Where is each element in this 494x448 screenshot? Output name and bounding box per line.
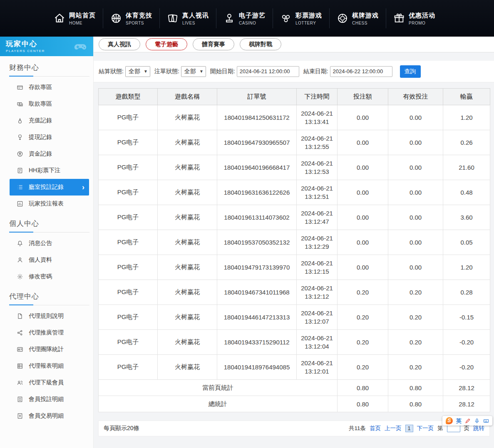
cell-valid-bet: 0.00	[388, 180, 443, 205]
deposit-icon	[17, 84, 23, 91]
page-jump-input[interactable]	[447, 425, 460, 432]
sidebar-item-withdraw[interactable]: 取款專區	[10, 96, 89, 112]
nav-item-label: 真人视讯	[182, 12, 209, 20]
sidebar-item-label: 消息公告	[29, 240, 52, 247]
bet-date: 2024-06-21	[298, 334, 336, 342]
nav-item-lottery[interactable]: 彩票游戏LOTTERY	[273, 8, 329, 28]
next-page-link[interactable]: 下一页	[417, 425, 434, 432]
nav-item-label: 彩票游戏	[295, 12, 322, 20]
sidebar-item-hh-lottery-bet[interactable]: HH彩票下注	[10, 162, 89, 179]
summary-bet: 0.80	[338, 380, 388, 396]
bet-date: 2024-06-21	[298, 259, 336, 267]
chevron-down-icon: ▼	[199, 69, 204, 74]
cell-bet-amount: 0.00	[338, 130, 388, 155]
pen-icon[interactable]	[465, 418, 471, 424]
sogou-logo-icon[interactable]: S	[446, 417, 453, 424]
cell-win-loss: 0.26	[443, 130, 490, 155]
bet-time: 13:12:01	[298, 367, 336, 376]
cell-bet-amount: 0.00	[338, 105, 388, 130]
table-row: PG电子火树赢花18040194337152901122024-06-2113:…	[99, 330, 490, 355]
settle-status-value: 全部	[129, 68, 140, 75]
prev-page-link[interactable]: 上一页	[385, 425, 402, 432]
bet-date: 2024-06-21	[298, 309, 336, 317]
cell-game-name: 火树赢花	[158, 205, 217, 230]
start-date-input[interactable]	[237, 66, 299, 77]
end-date-input[interactable]	[330, 66, 392, 77]
tab-egame[interactable]: 電子遊藝	[146, 38, 187, 50]
first-page-link[interactable]: 首页	[370, 425, 381, 432]
sidebar-item-label: HH彩票下注	[29, 167, 60, 174]
sidebar-item-room-bet-record[interactable]: 廳室投註記錄›	[10, 179, 89, 196]
tab-sports[interactable]: 體育賽事	[193, 38, 234, 50]
cell-win-loss: 1.20	[443, 105, 490, 130]
cell-order-no: 1804019418976494085	[217, 355, 297, 380]
tab-board[interactable]: 棋牌對戰	[240, 38, 281, 50]
cashout-icon	[17, 134, 23, 141]
sidebar-item-member-transactions[interactable]: 會員交易明細	[10, 408, 89, 424]
sidebar-item-announcements[interactable]: 消息公告	[10, 235, 89, 252]
cell-bet-amount: 0.00	[338, 155, 388, 180]
sidebar-item-agent-team-stats[interactable]: 代理團隊統計	[10, 341, 89, 358]
settle-status-label: 結算狀態:	[99, 68, 124, 75]
nav-item-chess[interactable]: 棋牌游戏CHESS	[329, 8, 386, 28]
section-items: 消息公告個人資料修改密碼	[0, 235, 93, 285]
nav-item-text: 真人视讯LIVES	[182, 12, 209, 25]
top-navigation: 网站首页HOME体育竞技SPORTS真人视讯LIVES电子游艺CASINO彩票游…	[0, 0, 494, 37]
cell-bet-amount: 0.20	[338, 355, 388, 380]
jump-link[interactable]: 跳转	[473, 425, 484, 432]
nav-item-text: 彩票游戏LOTTERY	[295, 12, 322, 25]
gear-icon	[17, 273, 23, 280]
mic-icon[interactable]	[474, 418, 480, 424]
column-header: 遊戲類型	[99, 89, 158, 105]
cell-game-name: 火树赢花	[158, 330, 217, 355]
nav-item-casino[interactable]: 电子游艺CASINO	[216, 8, 273, 28]
tab-live[interactable]: 真人視訊	[99, 38, 140, 50]
sidebar-item-label: 資金記錄	[29, 150, 52, 158]
sidebar-item-funds-record[interactable]: 資金記錄	[10, 146, 89, 162]
summary-win: 28.12	[443, 380, 490, 396]
sidebar-item-withdrawal-record[interactable]: 提現記錄	[10, 129, 89, 146]
section-heading: 個人中心	[9, 219, 89, 233]
table-footer: 每頁顯示20條 共11条 首页 上一页 1 下一页 第 页 跳转	[98, 421, 490, 436]
sidebar-item-agent-rules[interactable]: 代理規則說明	[10, 308, 89, 324]
nav-item-lives[interactable]: 真人视讯LIVES	[159, 8, 216, 28]
settle-status-select[interactable]: 全部 ▼	[125, 66, 150, 77]
sidebar-item-agent-promotion[interactable]: 代理推廣管理	[10, 324, 89, 341]
cell-bet-time: 2024-06-2113:12:55	[297, 130, 338, 155]
search-button[interactable]: 查詢	[400, 65, 421, 78]
sidebar-item-member-bet-detail[interactable]: 會員投註明細	[10, 391, 89, 408]
sidebar-item-agent-report-detail[interactable]: 代理報表明細	[10, 358, 89, 374]
sidebar-item-label: 代理團隊統計	[29, 346, 64, 353]
sidebar-item-recharge-record[interactable]: 充值記錄	[10, 112, 89, 129]
sidebar-item-label: 代理下級會員	[29, 379, 64, 386]
nav-item-label: 优惠活动	[409, 12, 435, 20]
ime-language-toggle[interactable]: 英	[456, 417, 462, 425]
sports-icon	[110, 12, 122, 24]
sidebar-item-change-password[interactable]: 修改密碼	[10, 268, 89, 285]
summary-row-current-page: 當前頁統計0.800.8028.12	[99, 380, 490, 396]
sidebar-item-deposit[interactable]: 存款專區	[10, 79, 89, 96]
sidebar-item-label: 個人資料	[29, 256, 52, 264]
sidebar-item-agent-sub-members[interactable]: 代理下級會員	[10, 374, 89, 391]
order-status-select[interactable]: 全部 ▼	[181, 66, 206, 77]
nav-item-sports[interactable]: 体育竞技SPORTS	[103, 8, 159, 28]
sidebar-item-label: 代理推廣管理	[29, 329, 64, 337]
nav-item-sublabel: LIVES	[182, 21, 209, 25]
filter-bar: 結算狀態: 全部 ▼ 注單狀態: 全部 ▼ 開始日期: 結束日期: 查詢	[94, 61, 494, 82]
nav-item-promo[interactable]: 优惠活动PROMO	[386, 8, 442, 28]
bet-date: 2024-06-21	[298, 159, 336, 168]
nav-item-home[interactable]: 网站首页HOME	[47, 8, 103, 28]
cell-game-type: PG电子	[99, 205, 158, 230]
order-status-label: 注單狀態:	[154, 68, 179, 75]
sidebar-item-label: 廳室投註記錄	[29, 183, 64, 191]
keyboard-icon[interactable]	[483, 418, 489, 424]
cell-win-loss: -0.15	[443, 305, 490, 330]
sidebar-item-profile[interactable]: 個人資料	[10, 252, 89, 268]
total-count: 共11条	[349, 425, 366, 432]
end-date-label: 結束日期:	[303, 68, 328, 75]
table-row: PG电子火树赢花18040194461472133132024-06-2113:…	[99, 305, 490, 330]
sidebar-item-player-bet-report[interactable]: 玩家投注報表	[10, 196, 89, 212]
cell-order-no: 1804019841250631172	[217, 105, 297, 130]
bet-records-table: 遊戲類型遊戲名稱訂單號下注時間投注額有效投注輸贏PG电子火树赢花18040198…	[98, 88, 490, 412]
cards-icon	[167, 12, 179, 24]
